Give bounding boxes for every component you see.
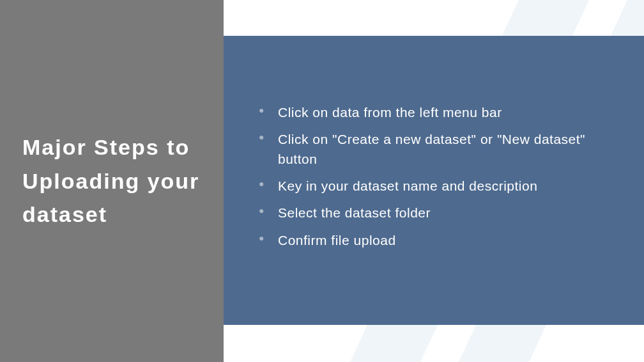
list-item: Key in your dataset name and description (259, 177, 615, 196)
list-item: Confirm file upload (259, 231, 615, 250)
slide-container: Major Steps to Uploading your dataset Cl… (0, 0, 644, 362)
list-item: Select the dataset folder (259, 203, 615, 223)
content-panel: Click on data from the left menu bar Cli… (224, 36, 644, 325)
list-item: Click on "Create a new dataset" or "New … (259, 130, 615, 169)
list-item: Click on data from the left menu bar (259, 103, 615, 122)
slide-title: Major Steps to Uploading your dataset (22, 130, 204, 232)
title-panel: Major Steps to Uploading your dataset (0, 0, 224, 362)
steps-list: Click on data from the left menu bar Cli… (259, 103, 615, 258)
